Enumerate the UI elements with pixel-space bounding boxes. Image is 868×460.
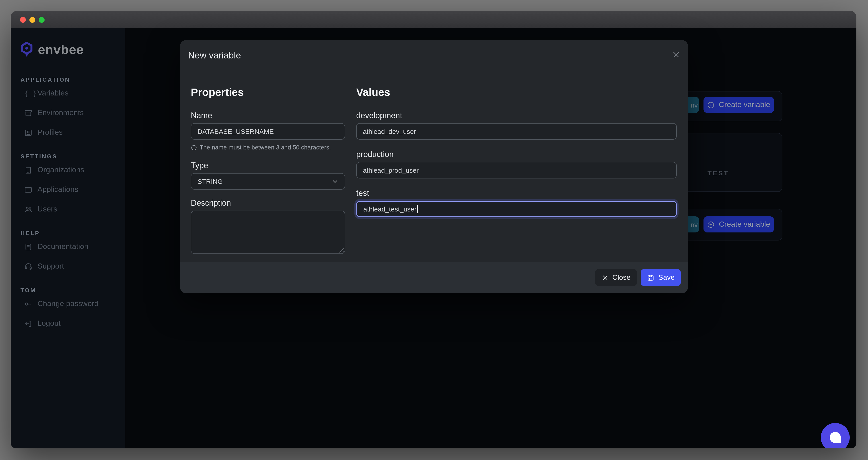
properties-heading: Properties [191, 86, 345, 98]
create-variable-label: Create variable [719, 220, 770, 229]
add-env-button-label: nv [690, 221, 698, 228]
development-input[interactable]: athlead_dev_user [356, 123, 677, 140]
zoom-window-button[interactable] [39, 17, 44, 23]
save-button[interactable]: Save [641, 269, 681, 286]
production-input-value: athlead_prod_user [363, 166, 418, 174]
type-select-value: STRING [197, 178, 223, 185]
archive-box-icon [24, 109, 33, 117]
resize-handle[interactable] [338, 247, 344, 253]
development-input-value: athlead_dev_user [363, 127, 416, 135]
sidebar-section-settings: SETTINGS [21, 153, 119, 160]
description-label: Description [191, 199, 345, 208]
minimize-window-button[interactable] [29, 17, 35, 23]
key-icon [24, 299, 33, 308]
name-helper-text: The name must be between 3 and 50 charac… [200, 144, 331, 151]
sidebar-item-label: Organizations [37, 166, 84, 174]
create-variable-button-2[interactable]: Create variable [704, 217, 774, 232]
sidebar-item-logout[interactable]: Logout [21, 314, 119, 333]
test-label: test [356, 189, 677, 198]
titlebar [11, 11, 857, 28]
headset-icon [24, 262, 33, 270]
close-button-label: Close [612, 274, 630, 282]
development-label: development [356, 111, 677, 120]
sidebar-item-label: Support [37, 262, 64, 271]
type-label: Type [191, 161, 345, 170]
document-icon [24, 242, 33, 251]
braces-icon: { } [24, 89, 33, 97]
new-variable-modal: New variable Properties Name DATABASE_US… [180, 40, 688, 293]
brand-name: envbee [38, 42, 84, 57]
modal-footer: Close Save [180, 262, 688, 293]
create-variable-button[interactable]: Create variable [704, 97, 774, 113]
sidebar-item-support[interactable]: Support [21, 257, 119, 276]
info-icon [191, 144, 197, 151]
chevron-down-icon [332, 178, 338, 185]
sidebar-item-applications[interactable]: Applications [21, 180, 119, 199]
test-input[interactable]: athlead_test_user [356, 201, 677, 217]
values-heading: Values [356, 86, 677, 98]
plus-circle-icon [707, 221, 715, 228]
sidebar-item-organizations[interactable]: Organizations [21, 160, 119, 180]
values-column: Values development athlead_dev_user prod… [356, 86, 677, 254]
app-window-icon [24, 185, 33, 194]
name-helper: The name must be between 3 and 50 charac… [191, 144, 345, 151]
envbee-logo-icon [21, 41, 33, 58]
sidebar-section-user: TOM [21, 287, 119, 294]
sidebar-item-label: Change password [37, 299, 98, 308]
screen: envbee APPLICATION { } Variables Environ… [0, 0, 868, 460]
create-variable-label: Create variable [719, 100, 770, 109]
sidebar-item-label: Logout [37, 319, 61, 328]
name-label: Name [191, 111, 345, 120]
close-window-button[interactable] [20, 17, 26, 23]
sidebar-item-label: Applications [37, 185, 78, 194]
close-button[interactable]: Close [595, 269, 637, 286]
save-button-label: Save [658, 274, 675, 282]
plus-circle-icon [707, 101, 715, 109]
text-cursor [417, 205, 418, 213]
production-input[interactable]: athlead_prod_user [356, 162, 677, 178]
sidebar-item-users[interactable]: Users [21, 199, 119, 219]
sidebar-section-help: HELP [21, 230, 119, 237]
sidebar-item-documentation[interactable]: Documentation [21, 237, 119, 257]
modal-close-button[interactable] [671, 50, 681, 59]
sidebar-item-label: Profiles [37, 128, 63, 137]
close-icon [672, 50, 680, 59]
description-textarea[interactable] [191, 210, 345, 254]
building-icon [24, 166, 33, 174]
modal-title: New variable [188, 50, 241, 60]
sidebar-item-environments[interactable]: Environments [21, 103, 119, 123]
name-input[interactable]: DATABASE_USERNAME [191, 123, 345, 140]
modal-header: New variable [180, 40, 688, 68]
properties-column: Properties Name DATABASE_USERNAME The na… [191, 86, 345, 254]
sidebar-item-label: Documentation [37, 242, 89, 251]
chat-bubble-icon [830, 432, 841, 443]
sidebar-item-change-password[interactable]: Change password [21, 294, 119, 314]
sidebar-item-label: Environments [37, 108, 84, 117]
sidebar-item-profiles[interactable]: Profiles [21, 123, 119, 142]
save-icon [647, 274, 654, 281]
test-input-value: athlead_test_user [363, 205, 416, 213]
test-card-label: TEST [708, 169, 729, 177]
sidebar-item-label: Variables [37, 89, 68, 98]
sidebar-section-application: APPLICATION [21, 76, 119, 83]
name-input-value: DATABASE_USERNAME [197, 127, 274, 135]
brand-logo[interactable]: envbee [21, 40, 119, 58]
logout-icon [24, 319, 33, 328]
modal-body: Properties Name DATABASE_USERNAME The na… [180, 68, 688, 254]
close-icon [601, 274, 608, 281]
app-window: envbee APPLICATION { } Variables Environ… [11, 11, 857, 449]
type-select[interactable]: STRING [191, 173, 345, 190]
sidebar-item-label: Users [37, 205, 57, 214]
profile-badge-icon [24, 128, 33, 137]
production-label: production [356, 150, 677, 159]
sidebar-item-variables[interactable]: { } Variables [21, 83, 119, 103]
users-icon [24, 205, 33, 213]
add-env-button-label: nv [690, 101, 698, 109]
sidebar: envbee APPLICATION { } Variables Environ… [11, 28, 125, 449]
